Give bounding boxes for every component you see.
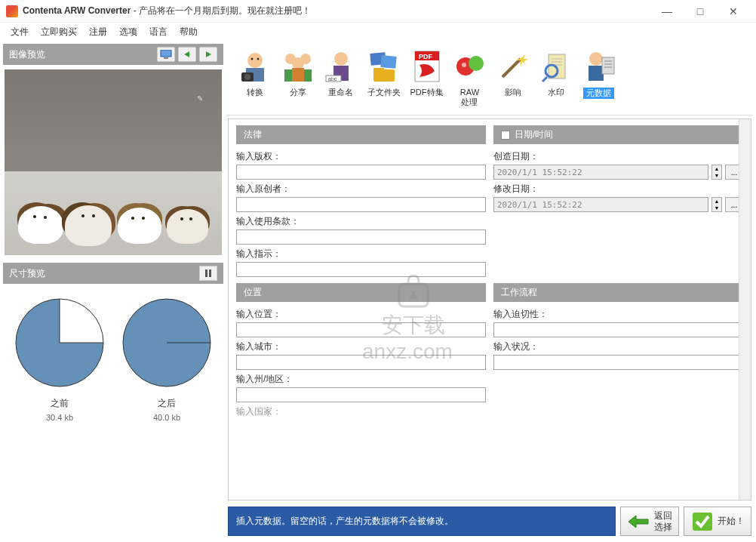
folder-photos-icon bbox=[366, 48, 402, 85]
city-input[interactable] bbox=[236, 355, 486, 370]
location-section: 位置 输入位置： 输入城市： 输入州/地区： 输入国家： bbox=[236, 283, 486, 421]
location-label: 输入位置： bbox=[236, 308, 486, 321]
preview-monitor-icon[interactable] bbox=[157, 47, 175, 62]
raw-balls-icon bbox=[452, 48, 488, 85]
legal-header: 法律 bbox=[236, 125, 486, 144]
city-label: 输入城市： bbox=[236, 340, 486, 353]
svg-rect-2 bbox=[205, 269, 207, 277]
preview-next-button[interactable] bbox=[199, 47, 217, 62]
arrow-left-icon bbox=[627, 511, 651, 532]
start-button[interactable]: 开始！ bbox=[684, 507, 751, 536]
creator-label: 输入原创者： bbox=[236, 183, 486, 196]
menu-options[interactable]: 选项 bbox=[113, 23, 143, 41]
pie-after bbox=[121, 297, 212, 388]
checkmark-icon bbox=[690, 511, 715, 532]
datetime-checkbox[interactable] bbox=[501, 131, 510, 140]
state-input[interactable] bbox=[236, 387, 486, 402]
tool-watermark[interactable]: 水印 bbox=[535, 47, 576, 109]
camera-person-icon bbox=[237, 48, 273, 85]
svg-line-35 bbox=[502, 59, 521, 77]
svg-rect-20 bbox=[292, 68, 304, 82]
copyright-input[interactable] bbox=[236, 165, 486, 180]
state-label: 输入州/地区： bbox=[236, 373, 486, 386]
menu-buy[interactable]: 立即购买 bbox=[35, 23, 83, 41]
status-label: 输入状况： bbox=[493, 340, 743, 353]
svg-point-12 bbox=[257, 58, 259, 60]
created-date-input[interactable] bbox=[493, 165, 708, 180]
svg-point-11 bbox=[250, 58, 253, 60]
instructions-label: 输入指示： bbox=[236, 248, 486, 260]
svg-rect-44 bbox=[602, 57, 614, 74]
svg-point-42 bbox=[589, 52, 603, 66]
back-button[interactable]: 返回 选择 bbox=[620, 507, 679, 536]
created-date-label: 创造日期： bbox=[493, 150, 743, 163]
app-icon bbox=[6, 5, 18, 17]
tool-convert[interactable]: 转换 bbox=[234, 47, 275, 109]
left-panel: 图像预览 尺寸预览 bbox=[0, 41, 226, 542]
svg-point-21 bbox=[334, 52, 348, 66]
menu-file[interactable]: 文件 bbox=[5, 23, 35, 41]
tool-share[interactable]: 分享 bbox=[277, 47, 318, 109]
tool-metadata[interactable]: 元数据 bbox=[578, 47, 619, 109]
people-group-icon bbox=[280, 48, 316, 85]
size-pause-button[interactable] bbox=[199, 266, 217, 281]
rename-person-icon: abc bbox=[323, 48, 359, 85]
legal-section: 法律 输入版权： 输入原创者： 输入使用条款： 输入指示： bbox=[236, 125, 486, 280]
svg-rect-0 bbox=[161, 50, 171, 57]
tool-subfolder[interactable]: 子文件夹 bbox=[363, 47, 404, 109]
size-preview-header: 尺寸预览 bbox=[3, 263, 223, 284]
tool-raw[interactable]: RAW 处理 bbox=[449, 47, 490, 109]
svg-rect-27 bbox=[373, 69, 395, 82]
svg-point-33 bbox=[469, 56, 484, 71]
status-input[interactable] bbox=[493, 355, 743, 370]
menu-register[interactable]: 注册 bbox=[83, 23, 113, 41]
status-message: 插入元数据。留空的话，产生的元数据将不会被修改。 bbox=[228, 507, 616, 536]
creator-input[interactable] bbox=[236, 197, 486, 212]
instructions-input[interactable] bbox=[236, 262, 486, 277]
country-label: 输入国家： bbox=[236, 405, 486, 418]
svg-rect-48 bbox=[693, 513, 712, 531]
urgency-input[interactable] bbox=[493, 322, 743, 337]
created-date-spinner[interactable]: ▲▼ bbox=[711, 165, 722, 180]
form-scrollbar[interactable] bbox=[739, 119, 751, 500]
preview-image bbox=[5, 69, 222, 255]
maximize-button[interactable]: □ bbox=[684, 1, 717, 22]
svg-point-18 bbox=[292, 57, 304, 69]
magnifier-doc-icon bbox=[538, 48, 574, 85]
preview-prev-button[interactable] bbox=[178, 47, 196, 62]
menu-language[interactable]: 语言 bbox=[143, 23, 174, 41]
location-input[interactable] bbox=[236, 322, 486, 337]
svg-text:PDF: PDF bbox=[419, 53, 433, 60]
size-preview-area: 之前 30.4 kb 之后 40.0 kb bbox=[3, 284, 223, 425]
pie-before bbox=[14, 297, 105, 388]
svg-point-10 bbox=[247, 53, 263, 68]
pie-after-label: 之后 bbox=[158, 397, 176, 410]
image-preview-box bbox=[3, 68, 223, 257]
datetime-header: 日期/时间 bbox=[493, 125, 743, 144]
terms-input[interactable] bbox=[236, 229, 486, 245]
bottom-bar: 插入元数据。留空的话，产生的元数据将不会被修改。 返回 选择 开始！ bbox=[226, 504, 753, 539]
svg-rect-43 bbox=[589, 66, 604, 81]
right-panel: 转换 分享 abc 重命名 子文件夹 PDF PDF特集 RAW 处理 bbox=[226, 41, 756, 542]
urgency-label: 输入迫切性： bbox=[493, 308, 743, 321]
main-area: 图像预览 尺寸预览 bbox=[0, 41, 756, 542]
tool-effects[interactable]: 影响 bbox=[492, 47, 533, 109]
close-button[interactable]: ✕ bbox=[717, 1, 750, 22]
modified-date-input[interactable] bbox=[493, 197, 708, 212]
minimize-button[interactable]: — bbox=[650, 1, 684, 22]
svg-rect-3 bbox=[209, 269, 211, 277]
tool-rename[interactable]: abc 重命名 bbox=[320, 47, 361, 109]
svg-point-34 bbox=[462, 63, 466, 67]
metadata-person-icon bbox=[581, 48, 617, 85]
menu-help[interactable]: 帮助 bbox=[174, 23, 204, 41]
svg-rect-26 bbox=[380, 55, 396, 69]
modified-date-label: 修改日期： bbox=[493, 183, 743, 196]
tool-pdf[interactable]: PDF PDF特集 bbox=[406, 47, 447, 109]
svg-rect-28 bbox=[373, 68, 384, 71]
datetime-section: 日期/时间 创造日期： ▲▼ ... 修改日期： ▲▼ bbox=[493, 125, 743, 280]
window-controls: — □ ✕ bbox=[650, 1, 750, 22]
modified-date-spinner[interactable]: ▲▼ bbox=[711, 197, 722, 212]
toolbar: 转换 分享 abc 重命名 子文件夹 PDF PDF特集 RAW 处理 bbox=[226, 44, 753, 115]
magic-wand-icon bbox=[495, 48, 531, 85]
titlebar: Contenta ARW Converter - 产品将在一个月期后到期。现在就… bbox=[0, 0, 756, 23]
